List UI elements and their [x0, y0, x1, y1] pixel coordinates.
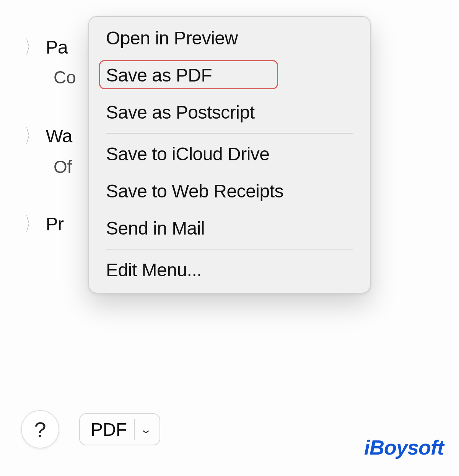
help-icon: ? [34, 417, 46, 442]
chevron-right-icon: 〉 [25, 34, 37, 60]
menu-item-label: Edit Menu... [106, 260, 202, 280]
menu-item-send-in-mail[interactable]: Send in Mail [89, 214, 370, 243]
chevron-down-icon: ⌄ [140, 423, 152, 436]
menu-item-edit-menu[interactable]: Edit Menu... [89, 256, 370, 284]
menu-item-save-as-postscript[interactable]: Save as Postscript [89, 98, 370, 127]
menu-item-save-as-pdf[interactable]: Save as PDF [89, 61, 370, 90]
menu-item-label: Save as PDF [106, 65, 212, 85]
watermark-logo: iBoysoft [364, 435, 444, 459]
bg-row-label: Of [54, 156, 72, 177]
chevron-right-icon: 〉 [25, 211, 37, 236]
watermark-text: iBoysoft [364, 436, 444, 459]
pdf-button-label: PDF [91, 419, 127, 440]
bg-row-label: Pa [46, 37, 68, 58]
dialog-toolbar: ? PDF ⌄ [21, 410, 160, 448]
menu-item-label: Save to Web Receipts [106, 181, 283, 201]
menu-item-open-in-preview[interactable]: Open in Preview [89, 24, 370, 52]
menu-item-save-to-icloud[interactable]: Save to iCloud Drive [89, 140, 370, 168]
menu-divider [106, 133, 353, 134]
menu-item-label: Open in Preview [106, 28, 238, 48]
help-button[interactable]: ? [21, 410, 59, 448]
chevron-right-icon: 〉 [25, 123, 37, 148]
bg-row-label: Co [54, 67, 76, 88]
menu-divider [106, 249, 353, 249]
button-separator [134, 419, 135, 440]
bg-row-label: Pr [46, 214, 64, 235]
menu-item-label: Save as Postscript [106, 102, 255, 122]
bg-row-label: Wa [46, 126, 72, 147]
menu-item-label: Save to iCloud Drive [106, 144, 270, 164]
pdf-dropdown-button[interactable]: PDF ⌄ [79, 413, 160, 445]
menu-item-label: Send in Mail [106, 218, 205, 238]
pdf-dropdown-menu: Open in Preview Save as PDF Save as Post… [88, 16, 371, 293]
menu-item-save-to-web-receipts[interactable]: Save to Web Receipts [89, 177, 370, 205]
